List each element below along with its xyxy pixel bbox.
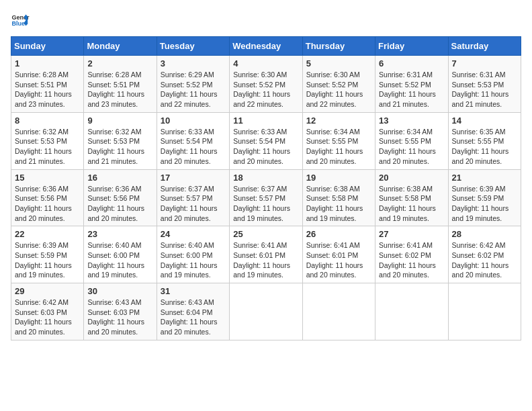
day-info: Sunrise: 6:39 AM Sunset: 5:59 PM Dayligh…: [452, 185, 509, 222]
logo: General Blue: [11, 11, 32, 30]
day-number: 27: [379, 229, 444, 239]
calendar-cell: [448, 283, 521, 340]
logo-icon: General Blue: [11, 11, 30, 30]
day-number: 11: [233, 116, 298, 126]
day-info: Sunrise: 6:36 AM Sunset: 5:56 PM Dayligh…: [15, 185, 72, 222]
day-of-week-header: Wednesday: [230, 37, 302, 56]
day-number: 22: [15, 229, 80, 239]
calendar-cell: 25 Sunrise: 6:41 AM Sunset: 6:01 PM Dayl…: [230, 226, 302, 283]
calendar-cell: 26 Sunrise: 6:41 AM Sunset: 6:01 PM Dayl…: [302, 226, 375, 283]
day-number: 6: [379, 58, 444, 68]
day-number: 24: [161, 229, 226, 239]
calendar-cell: 7 Sunrise: 6:31 AM Sunset: 5:53 PM Dayli…: [448, 56, 521, 113]
calendar-cell: 18 Sunrise: 6:37 AM Sunset: 5:57 PM Dayl…: [230, 169, 302, 226]
day-info: Sunrise: 6:32 AM Sunset: 5:53 PM Dayligh…: [87, 128, 144, 165]
calendar-cell: 31 Sunrise: 6:43 AM Sunset: 6:04 PM Dayl…: [157, 283, 229, 340]
calendar-cell: 21 Sunrise: 6:39 AM Sunset: 5:59 PM Dayl…: [448, 169, 521, 226]
calendar-cell: 9 Sunrise: 6:32 AM Sunset: 5:53 PM Dayli…: [84, 112, 157, 169]
day-info: Sunrise: 6:36 AM Sunset: 5:56 PM Dayligh…: [87, 185, 144, 222]
day-info: Sunrise: 6:37 AM Sunset: 5:57 PM Dayligh…: [233, 185, 290, 222]
day-number: 30: [87, 286, 152, 296]
day-number: 12: [306, 116, 371, 126]
day-of-week-header: Tuesday: [157, 37, 229, 56]
day-of-week-header: Monday: [84, 37, 157, 56]
day-info: Sunrise: 6:30 AM Sunset: 5:52 PM Dayligh…: [233, 71, 290, 108]
calendar-cell: 19 Sunrise: 6:38 AM Sunset: 5:58 PM Dayl…: [302, 169, 375, 226]
day-number: 3: [161, 58, 226, 68]
calendar-cell: 28 Sunrise: 6:42 AM Sunset: 6:02 PM Dayl…: [448, 226, 521, 283]
calendar-cell: 3 Sunrise: 6:29 AM Sunset: 5:52 PM Dayli…: [157, 56, 229, 113]
svg-text:Blue: Blue: [11, 20, 25, 27]
calendar-cell: 30 Sunrise: 6:43 AM Sunset: 6:03 PM Dayl…: [84, 283, 157, 340]
day-number: 29: [15, 286, 80, 296]
day-number: 2: [87, 58, 152, 68]
day-number: 23: [87, 229, 152, 239]
day-of-week-header: Sunday: [11, 37, 84, 56]
day-info: Sunrise: 6:33 AM Sunset: 5:54 PM Dayligh…: [161, 128, 218, 165]
day-info: Sunrise: 6:42 AM Sunset: 6:02 PM Dayligh…: [452, 241, 509, 279]
day-info: Sunrise: 6:29 AM Sunset: 5:52 PM Dayligh…: [161, 71, 218, 108]
page-header: General Blue: [11, 11, 521, 30]
day-number: 1: [15, 58, 80, 68]
calendar-cell: 14 Sunrise: 6:35 AM Sunset: 5:55 PM Dayl…: [448, 112, 521, 169]
day-info: Sunrise: 6:35 AM Sunset: 5:55 PM Dayligh…: [452, 128, 509, 165]
calendar-cell: 23 Sunrise: 6:40 AM Sunset: 6:00 PM Dayl…: [84, 226, 157, 283]
day-info: Sunrise: 6:42 AM Sunset: 6:03 PM Dayligh…: [15, 298, 72, 336]
day-info: Sunrise: 6:31 AM Sunset: 5:53 PM Dayligh…: [452, 71, 509, 108]
calendar-cell: 5 Sunrise: 6:30 AM Sunset: 5:52 PM Dayli…: [302, 56, 375, 113]
day-number: 19: [306, 173, 371, 183]
calendar-cell: 22 Sunrise: 6:39 AM Sunset: 5:59 PM Dayl…: [11, 226, 84, 283]
day-number: 15: [15, 173, 80, 183]
day-number: 9: [87, 116, 152, 126]
calendar-cell: 2 Sunrise: 6:28 AM Sunset: 5:51 PM Dayli…: [84, 56, 157, 113]
calendar-cell: [230, 283, 302, 340]
day-of-week-header: Saturday: [448, 37, 521, 56]
day-number: 28: [452, 229, 517, 239]
day-number: 5: [306, 58, 371, 68]
day-number: 13: [379, 116, 444, 126]
calendar-table: SundayMondayTuesdayWednesdayThursdayFrid…: [11, 36, 521, 340]
day-number: 31: [161, 286, 226, 296]
day-info: Sunrise: 6:30 AM Sunset: 5:52 PM Dayligh…: [306, 71, 363, 108]
day-info: Sunrise: 6:40 AM Sunset: 6:00 PM Dayligh…: [87, 241, 144, 279]
day-number: 8: [15, 116, 80, 126]
day-number: 7: [452, 58, 517, 68]
calendar-cell: 10 Sunrise: 6:33 AM Sunset: 5:54 PM Dayl…: [157, 112, 229, 169]
calendar-cell: 4 Sunrise: 6:30 AM Sunset: 5:52 PM Dayli…: [230, 56, 302, 113]
day-info: Sunrise: 6:37 AM Sunset: 5:57 PM Dayligh…: [161, 185, 218, 222]
calendar-cell: 24 Sunrise: 6:40 AM Sunset: 6:00 PM Dayl…: [157, 226, 229, 283]
day-of-week-header: Thursday: [302, 37, 375, 56]
calendar-cell: 29 Sunrise: 6:42 AM Sunset: 6:03 PM Dayl…: [11, 283, 84, 340]
day-number: 17: [161, 173, 226, 183]
day-info: Sunrise: 6:32 AM Sunset: 5:53 PM Dayligh…: [15, 128, 72, 165]
day-info: Sunrise: 6:39 AM Sunset: 5:59 PM Dayligh…: [15, 241, 72, 279]
calendar-cell: 8 Sunrise: 6:32 AM Sunset: 5:53 PM Dayli…: [11, 112, 84, 169]
calendar-cell: 6 Sunrise: 6:31 AM Sunset: 5:52 PM Dayli…: [375, 56, 448, 113]
calendar-cell: 1 Sunrise: 6:28 AM Sunset: 5:51 PM Dayli…: [11, 56, 84, 113]
calendar-cell: 20 Sunrise: 6:38 AM Sunset: 5:58 PM Dayl…: [375, 169, 448, 226]
day-info: Sunrise: 6:41 AM Sunset: 6:01 PM Dayligh…: [233, 241, 290, 279]
day-info: Sunrise: 6:31 AM Sunset: 5:52 PM Dayligh…: [379, 71, 436, 108]
calendar-cell: 12 Sunrise: 6:34 AM Sunset: 5:55 PM Dayl…: [302, 112, 375, 169]
day-info: Sunrise: 6:33 AM Sunset: 5:54 PM Dayligh…: [233, 128, 290, 165]
day-info: Sunrise: 6:38 AM Sunset: 5:58 PM Dayligh…: [379, 185, 436, 222]
day-info: Sunrise: 6:28 AM Sunset: 5:51 PM Dayligh…: [15, 71, 72, 108]
day-number: 21: [452, 173, 517, 183]
calendar-cell: 16 Sunrise: 6:36 AM Sunset: 5:56 PM Dayl…: [84, 169, 157, 226]
calendar-cell: 17 Sunrise: 6:37 AM Sunset: 5:57 PM Dayl…: [157, 169, 229, 226]
day-info: Sunrise: 6:34 AM Sunset: 5:55 PM Dayligh…: [379, 128, 436, 165]
day-number: 14: [452, 116, 517, 126]
day-number: 18: [233, 173, 298, 183]
day-info: Sunrise: 6:40 AM Sunset: 6:00 PM Dayligh…: [161, 241, 218, 279]
calendar-cell: [302, 283, 375, 340]
day-info: Sunrise: 6:41 AM Sunset: 6:02 PM Dayligh…: [379, 241, 436, 279]
day-number: 25: [233, 229, 298, 239]
day-info: Sunrise: 6:43 AM Sunset: 6:04 PM Dayligh…: [161, 298, 218, 336]
day-info: Sunrise: 6:41 AM Sunset: 6:01 PM Dayligh…: [306, 241, 363, 279]
day-info: Sunrise: 6:34 AM Sunset: 5:55 PM Dayligh…: [306, 128, 363, 165]
calendar-cell: 15 Sunrise: 6:36 AM Sunset: 5:56 PM Dayl…: [11, 169, 84, 226]
day-info: Sunrise: 6:38 AM Sunset: 5:58 PM Dayligh…: [306, 185, 363, 222]
calendar-cell: [375, 283, 448, 340]
day-number: 10: [161, 116, 226, 126]
calendar-cell: 11 Sunrise: 6:33 AM Sunset: 5:54 PM Dayl…: [230, 112, 302, 169]
